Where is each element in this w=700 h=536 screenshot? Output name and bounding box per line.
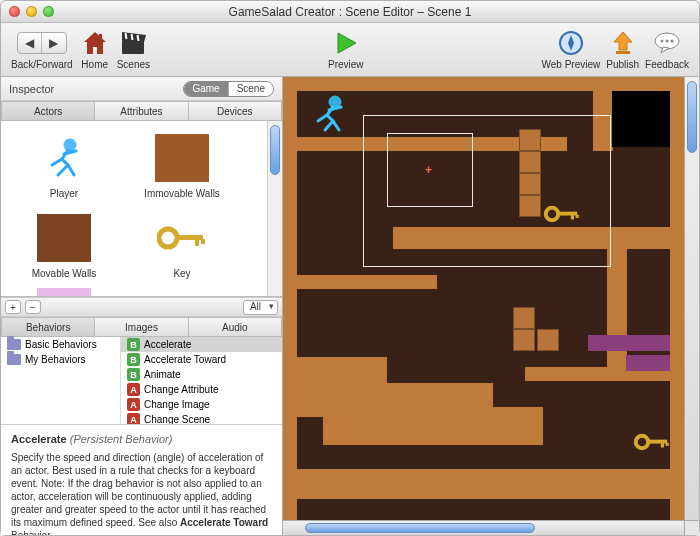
app-window: GameSalad Creator : Scene Editor – Scene… bbox=[0, 0, 700, 536]
level-platform[interactable] bbox=[297, 275, 437, 289]
level-dark-block[interactable] bbox=[612, 91, 670, 147]
actor-item-player[interactable]: Player bbox=[5, 125, 123, 205]
window-title: GameSalad Creator : Scene Editor – Scene… bbox=[1, 5, 699, 19]
feedback-button[interactable]: Feedback bbox=[645, 29, 689, 70]
resize-grip-icon[interactable] bbox=[684, 520, 699, 535]
level-block[interactable] bbox=[537, 329, 559, 351]
level-platform[interactable] bbox=[670, 77, 684, 535]
scroll-thumb[interactable] bbox=[270, 125, 280, 175]
main-toolbar: ◀ ▶ Back/Forward Home bbox=[1, 23, 699, 77]
svg-point-22 bbox=[330, 97, 340, 107]
behavior-badge-icon: A bbox=[127, 383, 140, 396]
actor-label: Player bbox=[50, 188, 78, 199]
behavior-badge-icon: A bbox=[127, 398, 140, 411]
svg-rect-29 bbox=[661, 443, 664, 448]
level-purple-block[interactable] bbox=[588, 335, 670, 351]
content-area: Inspector Game Scene Actors Attributes D… bbox=[1, 77, 699, 535]
home-icon bbox=[81, 30, 109, 56]
scroll-thumb[interactable] bbox=[305, 523, 535, 533]
svg-rect-20 bbox=[195, 239, 199, 246]
behavior-item[interactable]: BAccelerate bbox=[121, 337, 282, 352]
compass-icon bbox=[558, 30, 584, 56]
publish-button[interactable]: Publish bbox=[606, 29, 639, 70]
scenes-label: Scenes bbox=[117, 59, 150, 70]
actor-item-movable-walls[interactable]: Movable Walls bbox=[5, 205, 123, 285]
behavior-item[interactable]: AChange Image bbox=[121, 397, 282, 412]
tab-images[interactable]: Images bbox=[95, 317, 188, 337]
inspector-panel: Inspector Game Scene Actors Attributes D… bbox=[1, 77, 283, 535]
actors-scrollbar[interactable] bbox=[267, 121, 282, 296]
web-preview-button[interactable]: Web Preview bbox=[542, 29, 601, 70]
behavior-item[interactable]: BAnimate bbox=[121, 367, 282, 382]
actor-item-extra[interactable] bbox=[5, 285, 123, 297]
level-platform[interactable] bbox=[323, 407, 543, 445]
key-sprite[interactable] bbox=[633, 431, 673, 453]
back-icon: ◀ bbox=[25, 36, 34, 50]
stage-hscrollbar[interactable] bbox=[283, 520, 684, 535]
library-tabs: Behaviors Images Audio bbox=[1, 317, 282, 337]
level-platform[interactable] bbox=[283, 77, 297, 535]
level-platform[interactable] bbox=[283, 77, 699, 91]
game-scene-toggle[interactable]: Game Scene bbox=[183, 81, 274, 97]
actor-label: Key bbox=[173, 268, 190, 279]
svg-point-27 bbox=[636, 436, 649, 449]
wall-icon bbox=[155, 134, 209, 182]
svg-point-17 bbox=[65, 140, 75, 150]
folder-my-behaviors[interactable]: My Behaviors bbox=[1, 352, 120, 367]
remove-actor-button[interactable]: − bbox=[25, 300, 41, 314]
actor-filter-dropdown[interactable]: All bbox=[243, 300, 278, 315]
tab-devices[interactable]: Devices bbox=[189, 101, 282, 121]
play-icon bbox=[332, 30, 360, 56]
player-icon bbox=[44, 137, 84, 179]
behavior-item[interactable]: BAccelerate Toward bbox=[121, 352, 282, 367]
tab-attributes[interactable]: Attributes bbox=[95, 101, 188, 121]
toggle-game[interactable]: Game bbox=[184, 82, 228, 96]
add-actor-button[interactable]: + bbox=[5, 300, 21, 314]
level-platform[interactable] bbox=[373, 383, 493, 409]
player-sprite[interactable] bbox=[313, 95, 347, 133]
toggle-scene[interactable]: Scene bbox=[229, 82, 273, 96]
actor-item-key[interactable]: Key bbox=[123, 205, 241, 285]
tab-audio[interactable]: Audio bbox=[189, 317, 282, 337]
back-forward-button[interactable]: ◀ ▶ Back/Forward bbox=[11, 29, 73, 70]
level-purple-block[interactable] bbox=[626, 355, 670, 371]
stage-vscrollbar[interactable] bbox=[684, 77, 699, 520]
folder-basic-behaviors[interactable]: Basic Behaviors bbox=[1, 337, 120, 352]
folder-icon bbox=[7, 339, 21, 350]
scroll-thumb[interactable] bbox=[687, 81, 697, 153]
level-platform[interactable] bbox=[297, 469, 685, 499]
svg-point-18 bbox=[159, 229, 177, 247]
preview-label: Preview bbox=[328, 59, 364, 70]
inspector-tabs: Actors Attributes Devices bbox=[1, 101, 282, 121]
level-block[interactable] bbox=[513, 307, 535, 329]
titlebar: GameSalad Creator : Scene Editor – Scene… bbox=[1, 1, 699, 23]
behavior-badge-icon: B bbox=[127, 338, 140, 351]
movable-wall-icon bbox=[37, 214, 91, 262]
level-block[interactable] bbox=[513, 329, 535, 351]
web-preview-label: Web Preview bbox=[542, 59, 601, 70]
home-button[interactable]: Home bbox=[79, 29, 111, 70]
behavior-badge-icon: A bbox=[127, 413, 140, 424]
behavior-item[interactable]: AChange Attribute bbox=[121, 382, 282, 397]
preview-button[interactable]: Preview bbox=[328, 29, 364, 70]
tab-behaviors[interactable]: Behaviors bbox=[1, 317, 95, 337]
behavior-list: BAccelerate BAccelerate Toward BAnimate … bbox=[121, 337, 282, 424]
folder-icon bbox=[7, 354, 21, 365]
actor-label: Immovable Walls bbox=[144, 188, 220, 199]
svg-marker-13 bbox=[661, 47, 669, 53]
scene-canvas[interactable]: + bbox=[283, 77, 699, 535]
actors-grid: Player Immovable Walls Movable Walls bbox=[1, 121, 282, 297]
behavior-badge-icon: B bbox=[127, 368, 140, 381]
svg-rect-2 bbox=[122, 40, 144, 54]
back-forward-label: Back/Forward bbox=[11, 59, 73, 70]
svg-rect-28 bbox=[647, 440, 667, 444]
inspector-header: Inspector Game Scene bbox=[1, 77, 282, 101]
key-icon bbox=[157, 224, 207, 252]
actor-item-immovable-walls[interactable]: Immovable Walls bbox=[123, 125, 241, 205]
svg-rect-21 bbox=[201, 239, 205, 244]
behavior-item[interactable]: AChange Scene bbox=[121, 412, 282, 424]
tab-actors[interactable]: Actors bbox=[1, 101, 95, 121]
scenes-button[interactable]: Scenes bbox=[117, 29, 150, 70]
library-browser: Basic Behaviors My Behaviors BAccelerate… bbox=[1, 337, 282, 425]
behavior-description: Accelerate (Persistent Behavior) Specify… bbox=[1, 425, 282, 535]
